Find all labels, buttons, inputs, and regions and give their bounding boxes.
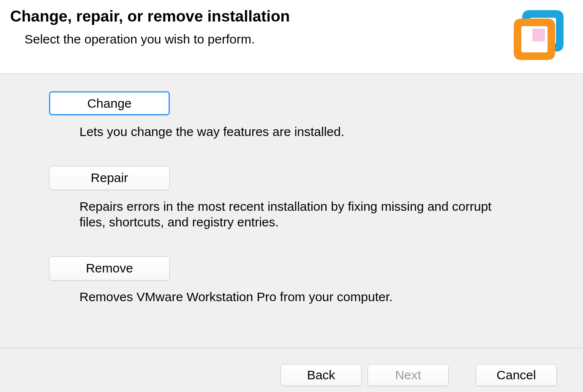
dialog-content: Change Lets you change the way features … bbox=[0, 74, 583, 348]
change-button[interactable]: Change bbox=[49, 91, 170, 115]
back-button[interactable]: Back bbox=[281, 364, 362, 386]
page-subtitle: Select the operation you wish to perform… bbox=[25, 32, 513, 46]
remove-button[interactable]: Remove bbox=[49, 256, 170, 280]
dialog-footer: Back Next Cancel bbox=[0, 348, 583, 392]
page-title: Change, repair, or remove installation bbox=[10, 8, 513, 25]
dialog-header: Change, repair, or remove installation S… bbox=[0, 0, 583, 74]
option-remove-block: Remove Removes VMware Workstation Pro fr… bbox=[49, 256, 534, 305]
option-repair-block: Repair Repairs errors in the most recent… bbox=[49, 166, 534, 230]
header-text-block: Change, repair, or remove installation S… bbox=[10, 8, 513, 46]
svg-rect-1 bbox=[532, 29, 545, 41]
change-description: Lets you change the way features are ins… bbox=[79, 124, 510, 140]
cancel-button[interactable]: Cancel bbox=[476, 364, 557, 386]
option-change-block: Change Lets you change the way features … bbox=[49, 91, 534, 140]
vmware-logo-icon bbox=[513, 9, 564, 63]
next-button[interactable]: Next bbox=[368, 364, 449, 386]
repair-button[interactable]: Repair bbox=[49, 166, 170, 190]
remove-description: Removes VMware Workstation Pro from your… bbox=[79, 289, 510, 305]
repair-description: Repairs errors in the most recent instal… bbox=[79, 199, 510, 230]
